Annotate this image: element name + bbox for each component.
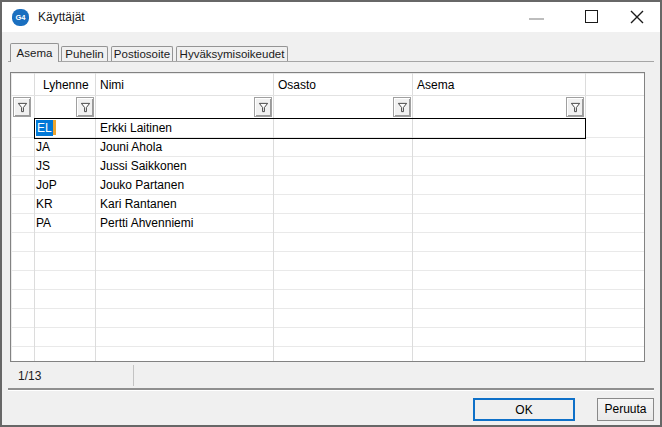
funnel-filter-icon bbox=[17, 102, 28, 113]
cell-nimi[interactable]: Jussi Saikkonen bbox=[95, 157, 273, 176]
users-dialog: G4 Käyttäjät Asema Puhelin Postiosoite H… bbox=[0, 0, 662, 427]
cell-asema[interactable] bbox=[412, 214, 585, 233]
users-grid[interactable]: Lyhenne Nimi Osasto Asema EL Erkki Laiti… bbox=[10, 72, 645, 362]
funnel-filter-icon bbox=[397, 102, 408, 113]
grid-vline bbox=[585, 73, 586, 361]
table-row[interactable]: JS Jussi Saikkonen bbox=[34, 157, 585, 176]
cell-lyhenne[interactable]: JA bbox=[34, 138, 95, 157]
cell-asema[interactable] bbox=[412, 195, 585, 214]
cell-osasto[interactable] bbox=[273, 157, 412, 176]
maximize-button-icon[interactable] bbox=[585, 10, 598, 23]
statusbar-divider bbox=[133, 365, 134, 386]
funnel-filter-icon bbox=[258, 102, 269, 113]
header-separator bbox=[11, 95, 644, 96]
cell-nimi[interactable]: Kari Rantanen bbox=[95, 195, 273, 214]
cell-asema[interactable] bbox=[412, 138, 585, 157]
cell-asema[interactable] bbox=[412, 118, 585, 138]
column-header-asema[interactable]: Asema bbox=[417, 75, 454, 95]
cell-osasto[interactable] bbox=[273, 195, 412, 214]
filter-button-rowheader[interactable] bbox=[13, 97, 31, 117]
column-header-nimi[interactable]: Nimi bbox=[100, 75, 124, 95]
tab-postiosoite[interactable]: Postiosoite bbox=[111, 46, 173, 61]
filter-button-lyhenne[interactable] bbox=[76, 97, 94, 117]
filter-button-osasto[interactable] bbox=[393, 97, 411, 117]
cell-osasto[interactable] bbox=[273, 138, 412, 157]
title-bar[interactable]: G4 Käyttäjät bbox=[2, 2, 660, 32]
cell-nimi[interactable]: Jouni Ahola bbox=[95, 138, 273, 157]
minimize-button-icon[interactable] bbox=[529, 18, 544, 20]
cell-osasto[interactable] bbox=[273, 176, 412, 195]
filter-button-nimi[interactable] bbox=[254, 97, 272, 117]
window-title: Käyttäjät bbox=[38, 2, 85, 32]
table-row[interactable]: JoP Jouko Partanen bbox=[34, 176, 585, 195]
funnel-filter-icon bbox=[570, 102, 581, 113]
cell-asema[interactable] bbox=[412, 157, 585, 176]
table-row[interactable]: KR Kari Rantanen bbox=[34, 195, 585, 214]
column-header-osasto[interactable]: Osasto bbox=[278, 75, 316, 95]
funnel-filter-icon bbox=[80, 102, 91, 113]
tab-asema[interactable]: Asema bbox=[10, 43, 59, 62]
cell-osasto[interactable] bbox=[273, 214, 412, 233]
table-row[interactable]: EL Erkki Laitinen bbox=[34, 118, 585, 138]
ok-button[interactable]: OK bbox=[473, 398, 575, 421]
footer-separator bbox=[8, 388, 654, 391]
cell-lyhenne[interactable]: KR bbox=[34, 195, 95, 214]
cell-lyhenne[interactable]: JS bbox=[34, 157, 95, 176]
cancel-button[interactable]: Peruuta bbox=[597, 398, 654, 421]
table-row[interactable]: JA Jouni Ahola bbox=[34, 138, 585, 157]
app-icon: G4 bbox=[12, 9, 29, 26]
cell-lyhenne[interactable]: PA bbox=[34, 214, 95, 233]
column-header-lyhenne[interactable]: Lyhenne bbox=[43, 75, 89, 95]
tab-puhelin[interactable]: Puhelin bbox=[61, 46, 108, 61]
filter-button-asema[interactable] bbox=[566, 97, 584, 117]
cell-lyhenne[interactable]: JoP bbox=[34, 176, 95, 195]
close-icon[interactable] bbox=[628, 8, 646, 26]
cell-lyhenne[interactable]: EL bbox=[34, 118, 95, 138]
record-counter: 1/13 bbox=[18, 366, 41, 386]
tab-strip-baseline bbox=[8, 61, 654, 62]
cell-asema[interactable] bbox=[412, 176, 585, 195]
tab-hyvaksymisoikeudet[interactable]: Hyväksymisoikeudet bbox=[176, 46, 288, 61]
cell-nimi[interactable]: Jouko Partanen bbox=[95, 176, 273, 195]
selected-cell-text[interactable]: EL bbox=[36, 120, 53, 136]
cell-osasto[interactable] bbox=[273, 118, 412, 138]
cell-nimi[interactable]: Pertti Ahvenniemi bbox=[95, 214, 273, 233]
cell-nimi[interactable]: Erkki Laitinen bbox=[95, 118, 273, 138]
text-caret bbox=[53, 120, 56, 135]
table-row[interactable]: PA Pertti Ahvenniemi bbox=[34, 214, 585, 233]
